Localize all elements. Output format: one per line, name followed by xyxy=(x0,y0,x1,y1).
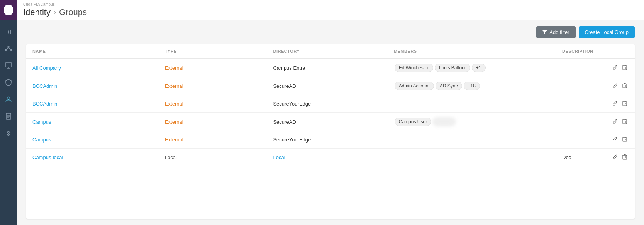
group-type: Local xyxy=(165,154,177,160)
group-type: External xyxy=(165,65,183,71)
group-directory: SecureYourEdge xyxy=(273,101,311,107)
member-count-tag: +1 xyxy=(472,64,486,72)
sidebar-item-security[interactable] xyxy=(0,74,17,91)
reports-icon xyxy=(5,112,12,120)
edit-button[interactable] xyxy=(611,81,619,91)
group-description: Doc xyxy=(556,149,605,166)
action-buttons xyxy=(611,63,629,73)
svg-rect-5 xyxy=(5,63,12,67)
group-name-link[interactable]: Campus-local xyxy=(32,154,63,160)
breadcrumb-groups: Groups xyxy=(59,7,87,17)
groups-table-wrapper: NAME TYPE DIRECTORY MEMBERS DESCRIPTION … xyxy=(26,44,635,219)
table-row: BCCAdminExternalSecureADAdmin AccountAD … xyxy=(26,77,635,95)
group-name-link[interactable]: BCCAdmin xyxy=(32,101,57,107)
svg-rect-28 xyxy=(623,155,627,159)
group-description xyxy=(556,131,605,149)
members-cell: Admin AccountAD Sync+18 xyxy=(394,81,550,91)
delete-button[interactable] xyxy=(621,153,629,162)
edit-button[interactable] xyxy=(611,63,619,73)
breadcrumb: Identity › Groups xyxy=(23,7,87,17)
breadcrumb-separator: › xyxy=(54,8,56,16)
delete-button[interactable] xyxy=(621,99,629,109)
member-tag: Louis Balfour xyxy=(435,64,470,72)
sidebar-item-network[interactable] xyxy=(0,40,17,57)
app-logo xyxy=(0,0,17,20)
main-wrapper: Cuda PM/Campus Identity › Groups Add fil… xyxy=(17,0,644,225)
delete-button[interactable] xyxy=(621,63,629,73)
group-type: External xyxy=(165,83,183,89)
col-header-directory: DIRECTORY xyxy=(267,44,387,59)
sidebar-item-settings[interactable]: ⚙ xyxy=(0,125,17,142)
group-type: External xyxy=(165,101,183,107)
group-description xyxy=(556,113,605,131)
action-buttons xyxy=(611,81,629,91)
group-directory: Local xyxy=(273,154,285,160)
col-header-name: NAME xyxy=(26,44,159,59)
svg-rect-13 xyxy=(623,66,627,70)
logo-icon xyxy=(4,5,13,15)
group-name-link[interactable]: Campus xyxy=(32,137,51,143)
col-header-description: DESCRIPTION xyxy=(556,44,605,59)
table-body: All CompanyExternalCampus EntraEd Winche… xyxy=(26,59,635,166)
identity-icon xyxy=(5,96,12,103)
group-name-link[interactable]: BCCAdmin xyxy=(32,83,57,89)
svg-point-1 xyxy=(5,49,7,51)
svg-point-0 xyxy=(8,46,9,48)
group-description xyxy=(556,59,605,77)
member-tag: Admin Account xyxy=(395,82,434,90)
network-icon xyxy=(5,45,12,52)
group-description xyxy=(556,77,605,95)
svg-rect-25 xyxy=(623,138,627,141)
delete-button[interactable] xyxy=(621,117,629,127)
edit-button[interactable] xyxy=(611,153,619,162)
delete-button[interactable] xyxy=(621,135,629,144)
table-row: BCCAdminExternalSecureYourEdge xyxy=(26,95,635,113)
filter-icon xyxy=(542,30,547,35)
table-row: All CompanyExternalCampus EntraEd Winche… xyxy=(26,59,635,77)
header-left: Cuda PM/Campus Identity › Groups xyxy=(23,3,87,17)
member-tag: Campus User xyxy=(395,118,431,126)
svg-rect-16 xyxy=(623,84,627,88)
svg-point-2 xyxy=(10,49,12,51)
add-filter-button[interactable]: Add filter xyxy=(536,26,575,38)
monitor-icon xyxy=(5,62,12,69)
group-name-link[interactable]: Campus xyxy=(32,119,51,125)
groups-table: NAME TYPE DIRECTORY MEMBERS DESCRIPTION … xyxy=(26,44,635,166)
members-cell: Ed WinchesterLouis Balfour+1 xyxy=(394,63,550,73)
create-local-group-button[interactable]: Create Local Group xyxy=(579,26,635,38)
action-buttons xyxy=(611,153,629,162)
svg-rect-19 xyxy=(623,102,627,106)
content-area: Add filter Create Local Group NAME TYPE … xyxy=(17,20,644,225)
delete-button[interactable] xyxy=(621,81,629,91)
group-name-link[interactable]: All Company xyxy=(32,65,61,71)
member-tag: AD Sync xyxy=(436,82,462,90)
action-buttons xyxy=(611,117,629,127)
col-header-actions xyxy=(605,44,635,59)
shield-icon xyxy=(5,79,12,86)
settings-icon: ⚙ xyxy=(5,129,12,137)
table-row: Campus-localLocalLocalDoc xyxy=(26,149,635,166)
table-row: CampusExternalSecureYourEdge xyxy=(26,131,635,149)
sidebar-item-reports[interactable] xyxy=(0,108,17,125)
action-buttons xyxy=(611,135,629,144)
member-tag-blurred: Isnport xyxy=(433,118,456,126)
sidebar-item-identity[interactable] xyxy=(0,91,17,108)
sidebar-item-monitor[interactable] xyxy=(0,57,17,74)
svg-point-8 xyxy=(7,97,10,100)
svg-rect-22 xyxy=(623,120,627,124)
member-count-tag: +18 xyxy=(464,82,480,90)
edit-button[interactable] xyxy=(611,99,619,109)
group-directory: SecureAD xyxy=(273,119,296,125)
group-type: External xyxy=(165,137,183,143)
sidebar-item-dashboard[interactable]: ⊞ xyxy=(0,23,17,40)
edit-button[interactable] xyxy=(611,117,619,127)
app-name: Cuda PM/Campus xyxy=(23,3,87,7)
header: Cuda PM/Campus Identity › Groups xyxy=(17,0,644,20)
breadcrumb-identity[interactable]: Identity xyxy=(23,7,51,17)
table-header-row: NAME TYPE DIRECTORY MEMBERS DESCRIPTION xyxy=(26,44,635,59)
members-cell: Campus UserIsnport xyxy=(394,117,550,127)
toolbar: Add filter Create Local Group xyxy=(17,20,644,44)
action-buttons xyxy=(611,99,629,109)
group-type: External xyxy=(165,119,183,125)
edit-button[interactable] xyxy=(611,135,619,144)
